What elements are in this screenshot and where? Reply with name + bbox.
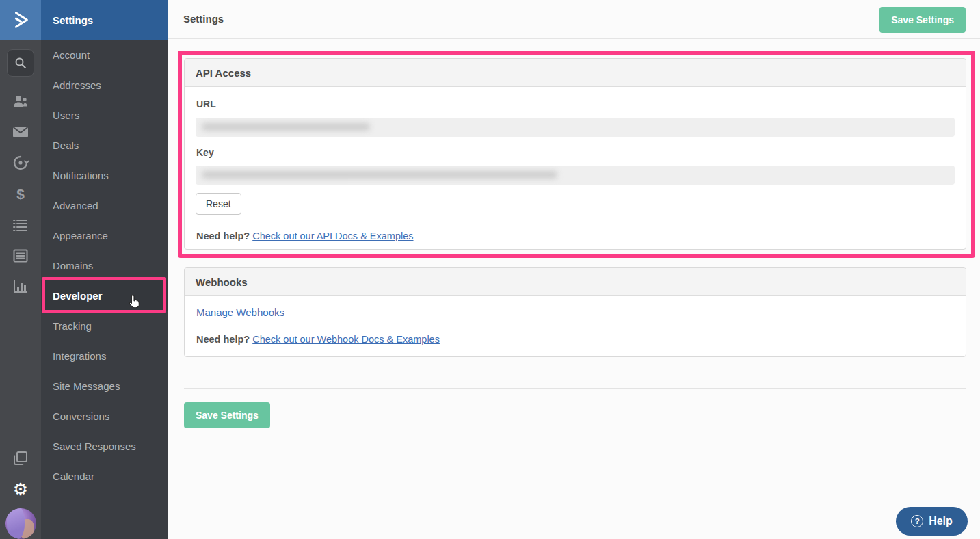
sidebar-item-conversions[interactable]: Conversions: [41, 401, 168, 431]
sidebar-item-label: Addresses: [53, 79, 101, 91]
contacts-nav-button[interactable]: [0, 93, 41, 109]
api-key-input[interactable]: [196, 166, 955, 185]
deals-dollar-icon: $: [16, 186, 25, 202]
sidebar-item-appearance[interactable]: Appearance: [41, 220, 168, 250]
sidebar-item-notifications[interactable]: Notifications: [41, 160, 168, 190]
sidebar-item-label: Calendar: [53, 471, 94, 482]
api-help-line: Need help? Check out our API Docs & Exam…: [196, 231, 414, 241]
sidebar-item-label: Conversions: [53, 410, 109, 422]
settings-sidebar: Settings Account Addresses Users Deals N…: [41, 0, 168, 539]
top-bar: Settings Save Settings: [168, 0, 980, 39]
manage-webhooks-line: Manage Webhooks: [196, 306, 284, 318]
api-docs-link[interactable]: Check out our API Docs & Examples: [252, 231, 413, 241]
sidebar-title: Settings: [41, 0, 168, 40]
question-circle-icon: ?: [911, 515, 923, 527]
sidebar-item-label: Appearance: [53, 230, 108, 241]
campaigns-nav-button[interactable]: [0, 124, 41, 140]
sidebar-item-integrations[interactable]: Integrations: [41, 341, 168, 371]
sidebar-item-advanced[interactable]: Advanced: [41, 190, 168, 220]
api-url-input[interactable]: [196, 118, 955, 137]
sidebar-item-label: Notifications: [53, 170, 109, 181]
sidebar-item-label: Advanced: [53, 200, 98, 211]
sidebar-item-label: Deals: [53, 140, 79, 151]
automations-icon: [12, 155, 29, 171]
deals-nav-button[interactable]: $: [0, 185, 41, 203]
sidebar-item-label: Developer: [53, 290, 103, 302]
save-settings-button-top[interactable]: Save Settings: [879, 7, 966, 33]
sidebar-item-addresses[interactable]: Addresses: [41, 70, 168, 100]
sidebar-item-domains[interactable]: Domains: [41, 250, 168, 280]
sidebar-item-label: Tracking: [53, 320, 92, 332]
api-key-value-blurred: [202, 171, 557, 179]
sidebar-item-account[interactable]: Account: [41, 40, 168, 70]
api-access-panel: API Access URL Key Reset Need help? Chec…: [184, 58, 966, 250]
sidebar-item-saved-responses[interactable]: Saved Responses: [41, 431, 168, 461]
sidebar-item-label: Users: [53, 109, 79, 121]
lists-nav-button[interactable]: [0, 218, 41, 233]
manage-webhooks-link[interactable]: Manage Webhooks: [196, 306, 284, 318]
sidebar-item-label: Integrations: [53, 350, 106, 362]
user-avatar[interactable]: [5, 508, 36, 539]
need-help-text: Need help?: [196, 334, 250, 345]
sidebar-item-label: Saved Responses: [53, 441, 136, 452]
reports-icon: [13, 280, 28, 293]
apps-nav-button[interactable]: [0, 450, 41, 466]
apps-icon: [13, 451, 28, 466]
help-widget-button[interactable]: ? Help: [896, 507, 968, 536]
api-access-panel-title: API Access: [185, 59, 966, 87]
sidebar-item-developer[interactable]: Developer: [41, 280, 168, 311]
icon-rail: $: [0, 0, 41, 539]
sidebar-item-deals[interactable]: Deals: [41, 130, 168, 160]
webhooks-panel: Webhooks Manage Webhooks Need help? Chec…: [184, 267, 966, 357]
page-title: Settings: [183, 13, 224, 25]
search-icon: [14, 56, 27, 70]
sidebar-item-users[interactable]: Users: [41, 100, 168, 130]
automations-nav-button[interactable]: [0, 155, 41, 171]
sidebar-item-label: Domains: [53, 260, 93, 272]
api-url-value-blurred: [202, 123, 370, 131]
webhook-docs-link[interactable]: Check out our Webhook Docs & Examples: [252, 334, 440, 345]
webhooks-panel-title: Webhooks: [185, 268, 966, 296]
webhooks-help-line: Need help? Check out our Webhook Docs & …: [196, 334, 440, 345]
contacts-icon: [12, 94, 29, 109]
reports-nav-button[interactable]: [0, 279, 41, 294]
sidebar-item-site-messages[interactable]: Site Messages: [41, 371, 168, 401]
lists-icon: [12, 218, 29, 232]
content-divider: [184, 388, 966, 389]
sidebar-item-label: Account: [53, 49, 90, 61]
campaigns-mail-icon: [12, 126, 29, 138]
reset-key-button[interactable]: Reset: [196, 193, 241, 215]
app-logo[interactable]: [0, 0, 41, 40]
sidebar-items: Account Addresses Users Deals Notificati…: [41, 40, 168, 491]
need-help-text: Need help?: [196, 231, 250, 241]
activecampaign-logo-icon: [10, 10, 31, 30]
search-button[interactable]: [7, 49, 34, 77]
url-label: URL: [196, 98, 216, 109]
forms-icon: [13, 249, 28, 263]
settings-nav-button[interactable]: ⚙: [0, 479, 41, 499]
main-content: Settings Save Settings API Access URL Ke…: [168, 0, 980, 539]
sidebar-item-tracking[interactable]: Tracking: [41, 311, 168, 341]
sidebar-item-calendar[interactable]: Calendar: [41, 461, 168, 491]
settings-gear-icon: ⚙: [13, 479, 28, 499]
key-label: Key: [196, 147, 214, 158]
save-settings-button-bottom[interactable]: Save Settings: [184, 402, 270, 428]
sidebar-item-label: Site Messages: [53, 380, 120, 392]
forms-nav-button[interactable]: [0, 248, 41, 263]
help-label: Help: [929, 515, 953, 527]
